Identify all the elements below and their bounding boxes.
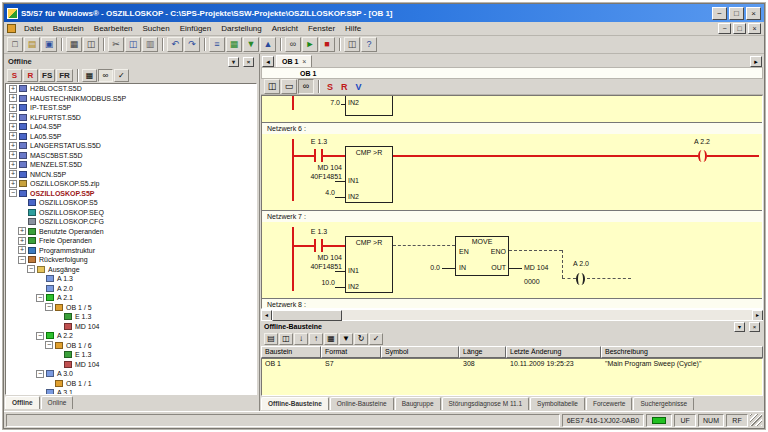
collapse-panel-button[interactable]: ▾ xyxy=(228,57,239,67)
tree-item[interactable]: +H2BLOCST.S5D xyxy=(6,84,256,94)
tree-item[interactable]: +KLFURTST.S5D xyxy=(6,113,256,123)
mode-tab-s[interactable]: S xyxy=(7,69,22,82)
edit-mode-icon[interactable]: ▭ xyxy=(281,79,297,94)
mode-tab-fs[interactable]: FS xyxy=(39,69,55,82)
tree-expander[interactable]: + xyxy=(9,104,17,112)
menu-item-1[interactable]: Baustein xyxy=(48,24,89,33)
tree-item[interactable]: −OSZILLOSKOP.S5P xyxy=(6,189,256,199)
copy-icon[interactable]: ◫ xyxy=(125,37,141,52)
network-8-header[interactable]: Netzwerk 8 : xyxy=(262,298,762,309)
tree-item[interactable]: +Programmstruktur xyxy=(6,246,256,256)
menu-item-6[interactable]: Ansicht xyxy=(267,24,303,33)
display-letter-r[interactable]: R xyxy=(337,82,352,92)
tree-expander[interactable]: + xyxy=(18,246,26,254)
columns-icon[interactable]: ▦ xyxy=(324,333,338,345)
filter-icon[interactable]: ▼ xyxy=(339,333,353,345)
column-header-3[interactable]: Länge xyxy=(459,346,506,358)
tree-expander[interactable]: + xyxy=(18,227,26,235)
tree-item[interactable]: A 3.1 xyxy=(6,388,256,395)
menu-item-0[interactable]: Datei xyxy=(19,24,48,33)
tree-item[interactable]: OB 1 / 1 xyxy=(6,379,256,389)
bottom-tab-2[interactable]: Baugruppe xyxy=(395,397,441,410)
tree-item[interactable]: OSZILLOSKOP.S5 xyxy=(6,198,256,208)
tree-item[interactable]: −A 3.0 xyxy=(6,369,256,379)
tree-item[interactable]: +LANGERSTATUS.S5D xyxy=(6,141,256,151)
coil-symbol[interactable] xyxy=(698,150,707,162)
tree-item[interactable]: +LA05.S5P xyxy=(6,132,256,142)
print-icon[interactable]: ▦ xyxy=(66,37,82,52)
tree-item[interactable]: OSZILLOSKOP.CFG xyxy=(6,217,256,227)
print-icon[interactable]: ▤ xyxy=(264,333,278,345)
menu-item-4[interactable]: Einfügen xyxy=(175,24,217,33)
scrollbar-track[interactable] xyxy=(272,310,752,320)
mdi-restore-button[interactable]: □ xyxy=(733,23,746,34)
tree-item[interactable]: +HAUSTECHNIKMODBUS.S5P xyxy=(6,94,256,104)
column-header-4[interactable]: Letzte Änderung xyxy=(506,346,601,358)
tree-item[interactable]: −Ausgänge xyxy=(6,265,256,275)
close-panel-button[interactable]: × xyxy=(749,322,760,332)
menu-item-8[interactable]: Hilfe xyxy=(340,24,366,33)
tree-item[interactable]: E 1.3 xyxy=(6,350,256,360)
column-header-2[interactable]: Symbol xyxy=(381,346,459,358)
close-panel-button[interactable]: × xyxy=(243,57,254,67)
save-icon[interactable]: ▣ xyxy=(41,37,57,52)
menu-item-7[interactable]: Fenster xyxy=(303,24,340,33)
monitor-glasses-icon[interactable]: ∞ xyxy=(285,37,301,52)
download-plc-icon[interactable]: ▼ xyxy=(243,37,259,52)
bottom-tab-3[interactable]: Störungsdiagnose M 11.1 xyxy=(442,397,530,410)
tree-expander[interactable]: − xyxy=(36,370,44,378)
bottom-tab-5[interactable]: Forcewerte xyxy=(586,397,633,410)
tree-item[interactable]: +Freie Operanden xyxy=(6,236,256,246)
new-document-icon[interactable]: □ xyxy=(7,37,23,52)
cut-icon[interactable]: ✂ xyxy=(108,37,124,52)
resize-grip[interactable] xyxy=(750,414,762,426)
refresh-icon[interactable]: ↻ xyxy=(354,333,368,345)
display-letter-s[interactable]: S xyxy=(323,82,337,92)
tree-item[interactable]: E 1.3 xyxy=(6,312,256,322)
contact-symbol[interactable] xyxy=(314,149,323,162)
tree-expander[interactable]: + xyxy=(9,151,17,159)
tree-expander[interactable]: − xyxy=(9,189,17,197)
panel-header[interactable]: Offline ▾× xyxy=(5,55,257,68)
column-header-0[interactable]: Baustein xyxy=(261,346,321,358)
block-list-icon[interactable]: ≡ xyxy=(209,37,225,52)
check-icon[interactable]: ✓ xyxy=(369,333,383,345)
tree-expander[interactable]: + xyxy=(9,142,17,150)
tree-expander[interactable]: + xyxy=(9,123,17,131)
stop-icon[interactable]: ■ xyxy=(319,37,335,52)
tab-scroll-right-button[interactable]: ▸ xyxy=(750,56,762,67)
tree-item[interactable]: MD 104 xyxy=(6,322,256,332)
tree-expander[interactable]: + xyxy=(9,85,17,93)
run-icon[interactable]: ► xyxy=(302,37,318,52)
bottom-tab-0[interactable]: Offline-Bausteine xyxy=(261,397,329,410)
tree-expander[interactable]: + xyxy=(9,94,17,102)
tree-expander[interactable]: + xyxy=(18,237,26,245)
minimize-button[interactable]: − xyxy=(712,7,727,20)
undo-icon[interactable]: ↶ xyxy=(167,37,183,52)
mdi-close-button[interactable]: × xyxy=(748,23,761,34)
insert-network-icon[interactable]: ◫ xyxy=(264,79,280,94)
tree-item[interactable]: +OSZILLOSKOP.S5.zip xyxy=(6,179,256,189)
project-tree[interactable]: +H2BLOCST.S5D+HAUSTECHNIKMODBUS.S5P+IP-T… xyxy=(5,83,257,395)
tree-item[interactable]: +NMCN.S5P xyxy=(6,170,256,180)
tree-expander[interactable]: + xyxy=(9,180,17,188)
tree-item[interactable]: +LA04.S5P xyxy=(6,122,256,132)
column-header-5[interactable]: Beschreibung xyxy=(601,346,763,358)
horizontal-scrollbar[interactable]: ◂ ▸ xyxy=(261,309,763,320)
menu-item-2[interactable]: Bearbeiten xyxy=(89,24,138,33)
tree-expander[interactable]: − xyxy=(36,332,44,340)
copy-icon[interactable]: ◫ xyxy=(279,333,293,345)
tree-item[interactable]: −A 2.1 xyxy=(6,293,256,303)
close-button[interactable]: × xyxy=(746,7,761,20)
collapse-panel-button[interactable]: ▾ xyxy=(734,322,745,332)
bottom-tab-1[interactable]: Online-Bausteine xyxy=(330,397,394,410)
tree-expander[interactable]: + xyxy=(9,161,17,169)
blocks-table-body[interactable]: OB 1S730810.11.2009 19:25:23"Main Progra… xyxy=(261,358,763,396)
network-7[interactable]: E 1.3 CMP >R MD 104 40F14851 IN1 10.0 IN… xyxy=(262,222,762,298)
tree-expander[interactable]: + xyxy=(9,113,17,121)
open-folder-icon[interactable]: ▤ xyxy=(24,37,40,52)
redo-icon[interactable]: ↷ xyxy=(184,37,200,52)
tree-expander[interactable]: + xyxy=(9,132,17,140)
tree-expander[interactable]: − xyxy=(45,303,53,311)
maximize-button[interactable]: □ xyxy=(729,7,744,20)
